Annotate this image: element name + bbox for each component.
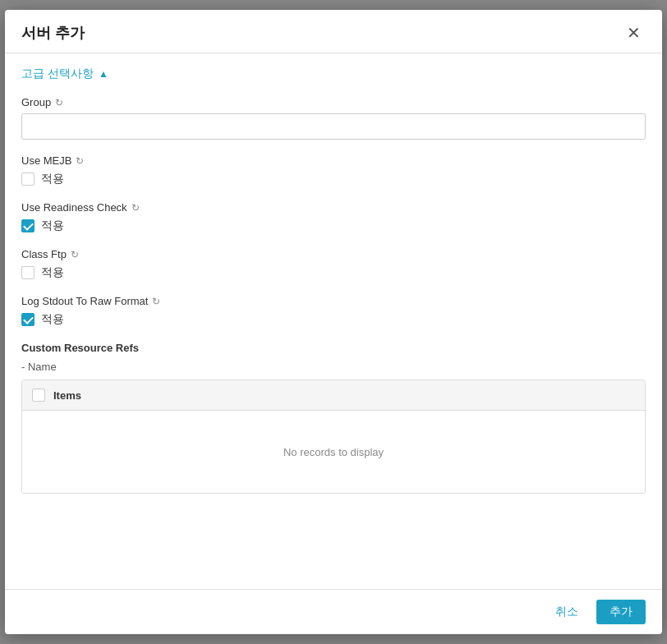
use-readiness-check-field-group: Use Readiness Check ↻ 적용	[21, 201, 646, 233]
class-ftp-field-group: Class Ftp ↻ 적용	[21, 248, 646, 280]
log-stdout-checkbox-label[interactable]: 적용	[41, 312, 64, 327]
modal-overlay: 서버 추가 ✕ 고급 선택사항 ▲ Group ↻	[0, 0, 667, 644]
chevron-up-icon: ▲	[99, 68, 108, 80]
use-mejb-checkbox-label[interactable]: 적용	[41, 172, 64, 186]
add-button[interactable]: 추가	[596, 600, 646, 624]
table-header: Items	[22, 380, 645, 411]
no-records-text: No records to display	[283, 446, 384, 458]
cancel-button[interactable]: 취소	[545, 600, 588, 624]
log-stdout-label: Log Stdout To Raw Format ↻	[21, 295, 646, 307]
log-stdout-refresh-icon[interactable]: ↻	[152, 296, 160, 307]
log-stdout-field-group: Log Stdout To Raw Format ↻ 적용	[21, 295, 646, 327]
group-input[interactable]	[21, 113, 646, 140]
class-ftp-label: Class Ftp ↻	[21, 248, 646, 260]
use-mejb-label: Use MEJB ↻	[21, 154, 646, 167]
use-readiness-check-refresh-icon[interactable]: ↻	[131, 202, 140, 214]
close-button[interactable]: ✕	[622, 23, 646, 43]
custom-resource-refs-table: Items No records to display	[21, 380, 646, 494]
class-ftp-checkbox[interactable]	[21, 266, 34, 279]
class-ftp-refresh-icon[interactable]: ↻	[71, 249, 79, 260]
use-readiness-check-checkbox[interactable]	[21, 219, 34, 232]
table-header-checkbox[interactable]	[32, 389, 45, 402]
use-mejb-field-group: Use MEJB ↻ 적용	[21, 154, 646, 186]
modal-dialog: 서버 추가 ✕ 고급 선택사항 ▲ Group ↻	[5, 10, 662, 634]
table-body: No records to display	[22, 411, 645, 493]
use-mejb-checkbox-row: 적용	[21, 172, 646, 186]
group-field-label: Group ↻	[21, 96, 646, 108]
advanced-toggle-label: 고급 선택사항	[21, 67, 94, 81]
custom-resource-refs-group: Custom Resource Refs - Name Items No rec…	[21, 342, 646, 494]
class-ftp-checkbox-label[interactable]: 적용	[41, 265, 64, 280]
advanced-toggle-button[interactable]: 고급 선택사항 ▲	[21, 67, 108, 81]
custom-resource-refs-label: Custom Resource Refs	[21, 342, 646, 354]
log-stdout-checkbox-row: 적용	[21, 312, 646, 327]
group-refresh-icon[interactable]: ↻	[55, 97, 63, 108]
use-readiness-check-label: Use Readiness Check ↻	[21, 201, 646, 214]
modal-header: 서버 추가 ✕	[5, 10, 662, 53]
modal-footer: 취소 추가	[5, 589, 662, 634]
use-mejb-checkbox[interactable]	[21, 172, 34, 186]
custom-resource-refs-sub-label: - Name	[21, 361, 646, 373]
modal-title: 서버 추가	[21, 23, 85, 43]
group-field-group: Group ↻	[21, 96, 646, 140]
use-readiness-check-checkbox-label[interactable]: 적용	[41, 218, 64, 233]
class-ftp-checkbox-row: 적용	[21, 265, 646, 280]
modal-body: 고급 선택사항 ▲ Group ↻ Use MEJB ↻ 적용	[5, 53, 662, 589]
use-mejb-refresh-icon[interactable]: ↻	[76, 155, 84, 167]
log-stdout-checkbox[interactable]	[21, 313, 34, 326]
close-icon: ✕	[627, 24, 641, 42]
items-column-header: Items	[53, 389, 81, 402]
use-readiness-check-checkbox-row: 적용	[21, 218, 646, 233]
